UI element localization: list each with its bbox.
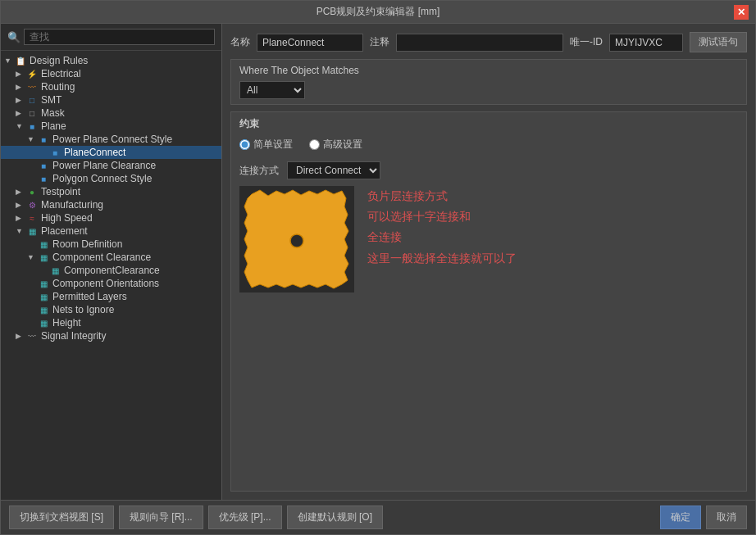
tree-icon-planeconnect: ■ [48, 147, 61, 158]
tree-item-testpoint[interactable]: ▶ ● Testpoint [1, 185, 221, 198]
tree-label-placement: Placement [41, 225, 88, 237]
tree-item-smt[interactable]: ▶ □ SMT [1, 93, 221, 107]
rule-wizard-button[interactable]: 规则向导 [R]... [119, 506, 203, 529]
tree-item-height[interactable]: ▦ Height [1, 316, 221, 329]
tree-item-componentclearance[interactable]: ▦ ComponentClearance [1, 264, 221, 277]
tree-item-room-definition[interactable]: ▦ Room Definition [1, 238, 221, 251]
annotation-line-1: 负片层连接方式 [367, 186, 517, 206]
tree-label-mask: Mask [41, 107, 65, 119]
tree-icon-room-definition: ▦ [37, 238, 50, 250]
unique-id-label: 唯一-ID [570, 35, 603, 49]
ok-button[interactable]: 确定 [660, 506, 701, 529]
tree-item-high-speed[interactable]: ▶ ≈ High Speed [1, 211, 221, 224]
tree-label-nets-to-ignore: Nets to Ignore [52, 304, 114, 315]
tree-item-permitted-layers[interactable]: ▦ Permitted Layers [1, 290, 221, 303]
canvas-area: 负片层连接方式 可以选择十字连接和 全连接 这里一般选择全连接就可以了 [239, 186, 738, 292]
tree-item-placement[interactable]: ▼ ▦ Placement [1, 224, 221, 238]
search-bar: 🔍 [1, 24, 221, 51]
tree-label-signal-integrity: Signal Integrity [41, 330, 106, 342]
tree-item-planeconnect[interactable]: ■ PlaneConnect [1, 146, 221, 159]
tree-icon-manufacturing: ⚙ [25, 199, 39, 211]
constraints-title: 约束 [239, 117, 738, 131]
advanced-label: 高级设置 [323, 138, 362, 152]
tree-icon-high-speed: ≈ [25, 212, 39, 224]
tree-icon-testpoint: ● [25, 186, 39, 197]
simple-radio[interactable] [239, 139, 250, 150]
tree-area: ▼ 📋 Design Rules ▶ ⚡ Electrical ▶ 〰 Rout… [1, 51, 221, 500]
tree-icon-polygon-connect: ■ [37, 173, 50, 184]
tree-icon-power-plane-connect: ■ [37, 134, 50, 145]
tree-item-power-plane-connect[interactable]: ▼ ■ Power Plane Connect Style [1, 133, 221, 146]
tree-icon-design-rules: 📋 [14, 55, 27, 66]
where-dropdown-select[interactable]: All [239, 81, 305, 99]
comment-label: 注释 [370, 35, 389, 49]
tree-item-component-orientations[interactable]: ▦ Component Orientations [1, 277, 221, 290]
tree-label-design-rules: Design Rules [30, 55, 88, 66]
close-button[interactable]: ✕ [734, 5, 749, 20]
tree-icon-nets-to-ignore: ▦ [37, 304, 50, 315]
search-input[interactable] [24, 29, 215, 45]
tree-label-testpoint: Testpoint [41, 186, 80, 197]
bottom-bar: 切换到文档视图 [S] 规则向导 [R]... 优先级 [P]... 创建默认规… [1, 500, 755, 534]
tree-item-plane[interactable]: ▼ ■ Plane [1, 120, 221, 133]
tree-arrow-signal-integrity: ▶ [16, 332, 25, 340]
radio-row: 简单设置 高级设置 [239, 138, 738, 152]
tree-label-routing: Routing [41, 81, 75, 93]
annotation-line-2: 可以选择十字连接和 [367, 206, 517, 227]
cancel-button[interactable]: 取消 [706, 506, 747, 529]
test-button[interactable]: 测试语句 [690, 32, 747, 52]
where-dropdown: All [239, 81, 738, 99]
tree-arrow-placement: ▼ [16, 227, 25, 235]
tree-label-plane: Plane [41, 120, 66, 132]
tree-icon-component-clearance: ▦ [37, 252, 50, 263]
tree-label-height: Height [52, 317, 81, 329]
unique-id-input[interactable] [609, 34, 683, 52]
connect-dropdown-select[interactable]: Direct Connect Relief Connect No Connect [287, 161, 380, 179]
tree-arrow-high-speed: ▶ [16, 214, 25, 222]
tree-label-power-plane-clearance: Power Plane Clearance [52, 160, 156, 171]
tree-label-electrical: Electrical [41, 68, 81, 79]
tree-item-power-plane-clearance[interactable]: ■ Power Plane Clearance [1, 159, 221, 172]
advanced-radio-label[interactable]: 高级设置 [309, 138, 362, 152]
tree-arrow-mask: ▶ [16, 109, 25, 117]
tree-item-manufacturing[interactable]: ▶ ⚙ Manufacturing [1, 198, 221, 211]
tree-label-room-definition: Room Definition [52, 238, 122, 250]
create-default-rules-button[interactable]: 创建默认规则 [O] [287, 506, 383, 529]
tree-item-polygon-connect[interactable]: ■ Polygon Connect Style [1, 172, 221, 185]
tree-item-nets-to-ignore[interactable]: ▦ Nets to Ignore [1, 303, 221, 316]
comment-input[interactable] [396, 34, 563, 52]
tree-item-design-rules[interactable]: ▼ 📋 Design Rules [1, 54, 221, 67]
tree-item-electrical[interactable]: ▶ ⚡ Electrical [1, 67, 221, 80]
connect-row: 连接方式 Direct Connect Relief Connect No Co… [239, 161, 738, 179]
advanced-radio[interactable] [309, 139, 320, 150]
window-title: PCB规则及约束编辑器 [mm] [22, 5, 734, 19]
tree-icon-permitted-layers: ▦ [37, 291, 50, 302]
right-panel: 名称 注释 唯一-ID 测试语句 Where The Object Matche… [222, 24, 755, 500]
tree-icon-placement: ▦ [25, 225, 39, 237]
tree-item-signal-integrity[interactable]: ▶ 〰 Signal Integrity [1, 329, 221, 342]
name-input[interactable] [257, 34, 363, 52]
tree-label-component-orientations: Component Orientations [52, 278, 159, 289]
tree-icon-component-orientations: ▦ [37, 278, 50, 289]
priority-button[interactable]: 优先级 [P]... [208, 506, 282, 529]
bottom-left-buttons: 切换到文档视图 [S] 规则向导 [R]... 优先级 [P]... 创建默认规… [9, 506, 383, 529]
pcb-visualization [239, 186, 354, 292]
search-icon: 🔍 [7, 31, 20, 43]
switch-doc-view-button[interactable]: 切换到文档视图 [S] [9, 506, 114, 529]
tree-item-mask[interactable]: ▶ □ Mask [1, 107, 221, 120]
simple-label: 简单设置 [253, 138, 293, 152]
tree-arrow-design-rules: ▼ [4, 57, 14, 65]
tree-arrow-component-clearance: ▼ [27, 253, 37, 261]
tree-label-high-speed: High Speed [41, 212, 93, 224]
tree-arrow-plane: ▼ [16, 122, 25, 130]
tree-label-planeconnect: PlaneConnect [64, 147, 125, 158]
tree-icon-height: ▦ [37, 317, 50, 329]
tree-label-permitted-layers: Permitted Layers [52, 291, 127, 302]
tree-label-smt: SMT [41, 94, 61, 106]
tree-item-component-clearance[interactable]: ▼ ▦ Component Clearance [1, 251, 221, 264]
tree-icon-componentclearance: ▦ [48, 265, 61, 276]
simple-radio-label[interactable]: 简单设置 [239, 138, 293, 152]
svg-point-2 [290, 234, 303, 247]
tree-item-routing[interactable]: ▶ 〰 Routing [1, 80, 221, 93]
main-window: PCB规则及约束编辑器 [mm] ✕ 🔍 ▼ 📋 Design Rules ▶ … [0, 0, 756, 535]
